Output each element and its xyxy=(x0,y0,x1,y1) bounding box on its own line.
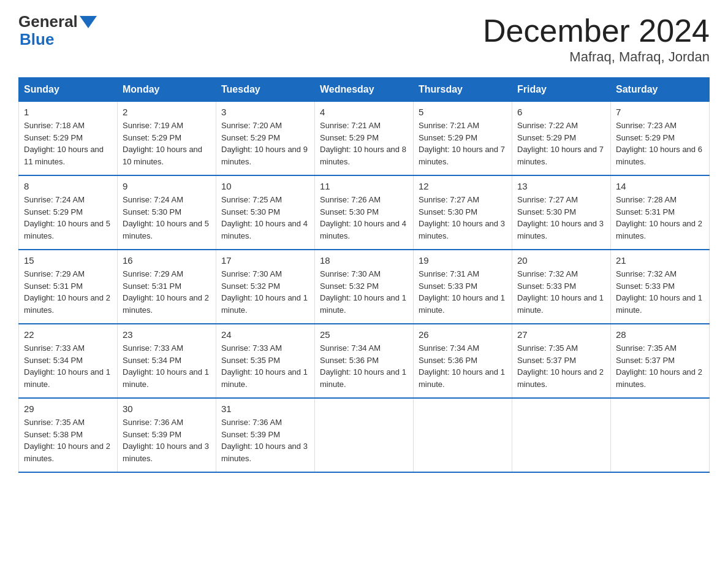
calendar-cell: 12 Sunrise: 7:27 AMSunset: 5:30 PMDaylig… xyxy=(414,175,512,250)
day-info: Sunrise: 7:22 AMSunset: 5:29 PMDaylight:… xyxy=(517,120,605,167)
calendar-cell: 2 Sunrise: 7:19 AMSunset: 5:29 PMDayligh… xyxy=(118,102,216,176)
calendar-cell: 7 Sunrise: 7:23 AMSunset: 5:29 PMDayligh… xyxy=(611,102,710,176)
calendar-cell: 21 Sunrise: 7:32 AMSunset: 5:33 PMDaylig… xyxy=(611,250,710,324)
day-info: Sunrise: 7:21 AMSunset: 5:29 PMDaylight:… xyxy=(419,120,507,167)
day-number: 31 xyxy=(221,404,309,414)
header-wednesday: Wednesday xyxy=(315,78,414,102)
calendar-header-row: SundayMondayTuesdayWednesdayThursdayFrid… xyxy=(19,78,710,102)
day-number: 4 xyxy=(320,107,408,117)
day-info: Sunrise: 7:21 AMSunset: 5:29 PMDaylight:… xyxy=(320,120,408,167)
day-number: 9 xyxy=(123,181,211,191)
day-info: Sunrise: 7:32 AMSunset: 5:33 PMDaylight:… xyxy=(517,268,605,316)
day-number: 2 xyxy=(123,107,211,117)
day-info: Sunrise: 7:24 AMSunset: 5:30 PMDaylight:… xyxy=(123,194,211,242)
header-friday: Friday xyxy=(512,78,611,102)
header-sunday: Sunday xyxy=(19,78,118,102)
week-row-4: 22 Sunrise: 7:33 AMSunset: 5:34 PMDaylig… xyxy=(19,324,710,398)
calendar-table: SundayMondayTuesdayWednesdayThursdayFrid… xyxy=(18,77,710,473)
day-number: 23 xyxy=(123,329,211,340)
calendar-cell: 4 Sunrise: 7:21 AMSunset: 5:29 PMDayligh… xyxy=(315,102,414,176)
day-info: Sunrise: 7:23 AMSunset: 5:29 PMDaylight:… xyxy=(616,120,704,167)
page-header: General Blue December 2024 Mafraq, Mafra… xyxy=(18,12,710,65)
logo: General Blue xyxy=(18,12,97,49)
day-number: 6 xyxy=(517,107,605,117)
day-info: Sunrise: 7:29 AMSunset: 5:31 PMDaylight:… xyxy=(24,268,112,316)
day-info: Sunrise: 7:33 AMSunset: 5:35 PMDaylight:… xyxy=(221,342,309,390)
day-info: Sunrise: 7:27 AMSunset: 5:30 PMDaylight:… xyxy=(419,194,507,242)
day-number: 30 xyxy=(123,404,211,414)
day-info: Sunrise: 7:29 AMSunset: 5:31 PMDaylight:… xyxy=(123,268,211,316)
calendar-cell: 25 Sunrise: 7:34 AMSunset: 5:36 PMDaylig… xyxy=(315,324,414,398)
day-info: Sunrise: 7:34 AMSunset: 5:36 PMDaylight:… xyxy=(419,342,507,390)
calendar-cell: 27 Sunrise: 7:35 AMSunset: 5:37 PMDaylig… xyxy=(512,324,611,398)
day-number: 25 xyxy=(320,329,408,340)
calendar-cell xyxy=(315,398,414,472)
calendar-cell: 24 Sunrise: 7:33 AMSunset: 5:35 PMDaylig… xyxy=(216,324,315,398)
day-number: 21 xyxy=(616,255,704,266)
calendar-cell: 30 Sunrise: 7:36 AMSunset: 5:39 PMDaylig… xyxy=(118,398,216,472)
day-number: 7 xyxy=(616,107,704,117)
calendar-cell: 26 Sunrise: 7:34 AMSunset: 5:36 PMDaylig… xyxy=(414,324,512,398)
calendar-cell: 8 Sunrise: 7:24 AMSunset: 5:29 PMDayligh… xyxy=(19,175,118,250)
day-info: Sunrise: 7:20 AMSunset: 5:29 PMDaylight:… xyxy=(221,120,309,167)
calendar-cell: 19 Sunrise: 7:31 AMSunset: 5:33 PMDaylig… xyxy=(414,250,512,324)
day-number: 10 xyxy=(221,181,309,191)
calendar-cell: 16 Sunrise: 7:29 AMSunset: 5:31 PMDaylig… xyxy=(118,250,216,324)
day-info: Sunrise: 7:31 AMSunset: 5:33 PMDaylight:… xyxy=(419,268,507,316)
day-info: Sunrise: 7:30 AMSunset: 5:32 PMDaylight:… xyxy=(320,268,408,316)
day-info: Sunrise: 7:34 AMSunset: 5:36 PMDaylight:… xyxy=(320,342,408,390)
logo-general-text: General xyxy=(18,12,78,31)
title-section: December 2024 Mafraq, Mafraq, Jordan xyxy=(483,12,710,65)
day-number: 3 xyxy=(221,107,309,117)
day-info: Sunrise: 7:35 AMSunset: 5:37 PMDaylight:… xyxy=(616,342,704,390)
day-number: 5 xyxy=(419,107,507,117)
calendar-cell xyxy=(512,398,611,472)
day-info: Sunrise: 7:30 AMSunset: 5:32 PMDaylight:… xyxy=(221,268,309,316)
calendar-cell: 9 Sunrise: 7:24 AMSunset: 5:30 PMDayligh… xyxy=(118,175,216,250)
day-number: 27 xyxy=(517,329,605,340)
calendar-cell: 22 Sunrise: 7:33 AMSunset: 5:34 PMDaylig… xyxy=(19,324,118,398)
day-info: Sunrise: 7:28 AMSunset: 5:31 PMDaylight:… xyxy=(616,194,704,242)
week-row-1: 1 Sunrise: 7:18 AMSunset: 5:29 PMDayligh… xyxy=(19,102,710,176)
day-info: Sunrise: 7:24 AMSunset: 5:29 PMDaylight:… xyxy=(24,194,112,242)
day-info: Sunrise: 7:33 AMSunset: 5:34 PMDaylight:… xyxy=(24,342,112,390)
calendar-cell: 10 Sunrise: 7:25 AMSunset: 5:30 PMDaylig… xyxy=(216,175,315,250)
day-number: 18 xyxy=(320,255,408,266)
calendar-cell: 3 Sunrise: 7:20 AMSunset: 5:29 PMDayligh… xyxy=(216,102,315,176)
day-info: Sunrise: 7:19 AMSunset: 5:29 PMDaylight:… xyxy=(123,120,211,167)
day-info: Sunrise: 7:36 AMSunset: 5:39 PMDaylight:… xyxy=(221,416,309,464)
week-row-5: 29 Sunrise: 7:35 AMSunset: 5:38 PMDaylig… xyxy=(19,398,710,472)
calendar-cell: 28 Sunrise: 7:35 AMSunset: 5:37 PMDaylig… xyxy=(611,324,710,398)
day-number: 11 xyxy=(320,181,408,191)
day-info: Sunrise: 7:36 AMSunset: 5:39 PMDaylight:… xyxy=(123,416,211,464)
day-info: Sunrise: 7:32 AMSunset: 5:33 PMDaylight:… xyxy=(616,268,704,316)
day-number: 17 xyxy=(221,255,309,266)
calendar-cell: 31 Sunrise: 7:36 AMSunset: 5:39 PMDaylig… xyxy=(216,398,315,472)
header-thursday: Thursday xyxy=(414,78,512,102)
header-saturday: Saturday xyxy=(611,78,710,102)
day-number: 22 xyxy=(24,329,112,340)
day-info: Sunrise: 7:18 AMSunset: 5:29 PMDaylight:… xyxy=(24,120,112,167)
day-number: 8 xyxy=(24,181,112,191)
day-number: 16 xyxy=(123,255,211,266)
day-info: Sunrise: 7:26 AMSunset: 5:30 PMDaylight:… xyxy=(320,194,408,242)
calendar-cell: 29 Sunrise: 7:35 AMSunset: 5:38 PMDaylig… xyxy=(19,398,118,472)
day-number: 24 xyxy=(221,329,309,340)
month-title: December 2024 xyxy=(483,12,710,49)
calendar-cell: 13 Sunrise: 7:27 AMSunset: 5:30 PMDaylig… xyxy=(512,175,611,250)
day-number: 14 xyxy=(616,181,704,191)
day-number: 20 xyxy=(517,255,605,266)
day-number: 13 xyxy=(517,181,605,191)
day-info: Sunrise: 7:33 AMSunset: 5:34 PMDaylight:… xyxy=(123,342,211,390)
logo-triangle-icon xyxy=(80,16,97,28)
day-info: Sunrise: 7:35 AMSunset: 5:37 PMDaylight:… xyxy=(517,342,605,390)
calendar-cell: 6 Sunrise: 7:22 AMSunset: 5:29 PMDayligh… xyxy=(512,102,611,176)
calendar-cell: 11 Sunrise: 7:26 AMSunset: 5:30 PMDaylig… xyxy=(315,175,414,250)
day-number: 19 xyxy=(419,255,507,266)
calendar-cell: 23 Sunrise: 7:33 AMSunset: 5:34 PMDaylig… xyxy=(118,324,216,398)
location: Mafraq, Mafraq, Jordan xyxy=(483,49,710,65)
calendar-cell xyxy=(611,398,710,472)
day-number: 28 xyxy=(616,329,704,340)
calendar-cell: 14 Sunrise: 7:28 AMSunset: 5:31 PMDaylig… xyxy=(611,175,710,250)
day-number: 29 xyxy=(24,404,112,414)
